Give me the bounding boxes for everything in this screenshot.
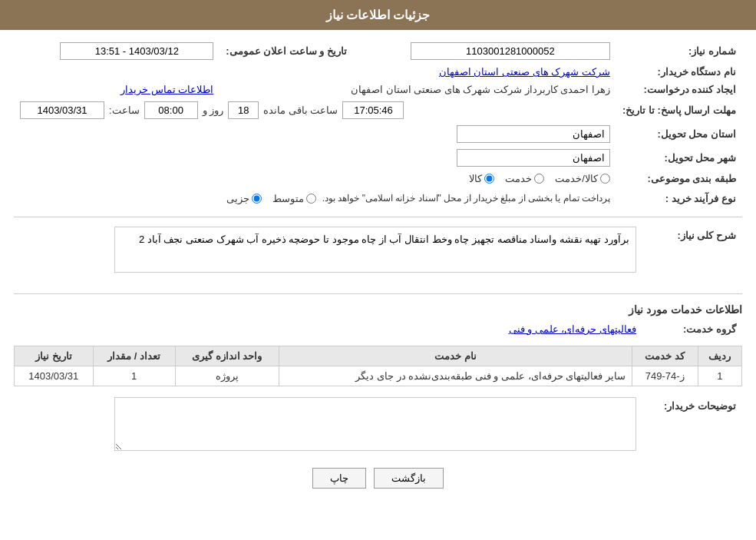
radio-goods-service-text: کالا/خدمت [555, 173, 598, 184]
description-textarea[interactable]: برآورد تهیه نقشه واسناد مناقصه تجهیز چاه… [114, 227, 636, 273]
creator-label: ایجاد کننده درخواست: [616, 81, 742, 98]
buyer-notes-table: توضیحات خریدار: [14, 394, 742, 456]
row-process: نوع فرآیند خرید : متوسط جزیی [14, 187, 742, 209]
row-creator: ایجاد کننده درخواست: زهرا احمدی کاربرداز… [14, 81, 742, 98]
need-number-input[interactable] [411, 42, 610, 60]
col-service-code: کد خدمت [632, 346, 698, 366]
announcement-input[interactable] [60, 42, 213, 60]
process-row: متوسط جزیی پرداخت تمام یا بخشی از مبلغ خ… [14, 187, 616, 209]
need-number-value [353, 39, 616, 63]
radio-service-label[interactable]: خدمت [505, 173, 544, 184]
service-group-label: گروه خدمت: [642, 320, 742, 338]
radio-medium-label[interactable]: متوسط [272, 193, 316, 204]
row-city: شهر محل تحویل: [14, 146, 742, 170]
row-deadline: مهلت ارسال پاسخ: تا تاریخ: ساعت: روز و س… [14, 98, 742, 122]
row-description: شرح کلی نیاز: برآورد تهیه نقشه واسناد من… [14, 224, 742, 286]
process-radio-group: متوسط جزیی [226, 193, 316, 204]
radio-partial[interactable] [252, 194, 262, 204]
radio-goods-service[interactable] [600, 174, 610, 184]
print-button[interactable]: چاپ [312, 468, 366, 489]
radio-medium-text: متوسط [272, 193, 304, 204]
radio-medium[interactable] [306, 194, 316, 204]
announcement-label: تاریخ و ساعت اعلان عمومی: [220, 39, 353, 63]
page-title: جزئیات اطلاعات نیاز [326, 8, 431, 22]
creator-link-cell: اطلاعات تماس خریدار [14, 81, 220, 98]
deadline-row: ساعت: روز و ساعت باقی مانده [14, 98, 616, 122]
radio-partial-label[interactable]: جزیی [226, 193, 262, 204]
announcement-value [14, 39, 220, 63]
cell-service-name: سایر فعالیتهای حرفه‌ای، علمی و فنی طبقه‌… [279, 366, 632, 386]
row-purchaser: نام دستگاه خریدار: شرکت شهرک های صنعتی ا… [14, 63, 742, 81]
deadline-days-input[interactable] [228, 101, 259, 119]
col-row-num: ردیف [698, 346, 741, 366]
process-note: پرداخت تمام یا بخشی از مبلغ خریدار از مح… [322, 190, 610, 206]
buyer-notes-value [14, 394, 642, 456]
col-date: تاریخ نیاز [15, 346, 94, 366]
deadline-label: مهلت ارسال پاسخ: تا تاریخ: [616, 98, 742, 122]
page-wrapper: جزئیات اطلاعات نیاز شماره نیاز: تاریخ و … [0, 0, 756, 540]
back-button[interactable]: بازگشت [374, 468, 444, 489]
deadline-remaining-input[interactable] [342, 101, 404, 119]
deadline-time-input[interactable] [144, 101, 198, 119]
description-label: شرح کلی نیاز: [642, 224, 742, 286]
radio-goods-label[interactable]: کالا [469, 173, 494, 184]
service-table-header-row: ردیف کد خدمت نام خدمت واحد اندازه گیری ت… [15, 346, 742, 366]
col-service-name: نام خدمت [279, 346, 632, 366]
service-section-title: اطلاعات خدمات مورد نیاز [14, 303, 742, 316]
deadline-remaining-label: ساعت باقی مانده [263, 104, 338, 116]
deadline-date-input[interactable] [20, 101, 104, 119]
button-row: بازگشت چاپ [14, 468, 742, 489]
buyer-notes-label: توضیحات خریدار: [642, 394, 742, 456]
service-group-table: گروه خدمت: فعالیتهای حرفه‌ای، علمی و فنی [14, 320, 742, 338]
buyer-notes-textarea[interactable] [114, 397, 636, 451]
province-value [14, 122, 616, 146]
city-input[interactable] [457, 149, 610, 167]
radio-partial-text: جزیی [226, 193, 249, 204]
cell-quantity: 1 [93, 366, 175, 386]
deadline-time-label: ساعت: [109, 104, 140, 116]
divider-1 [14, 217, 742, 217]
description-value: برآورد تهیه نقشه واسناد مناقصه تجهیز چاه… [14, 224, 642, 286]
service-group-value: فعالیتهای حرفه‌ای، علمی و فنی [14, 320, 642, 338]
row-service-group: گروه خدمت: فعالیتهای حرفه‌ای، علمی و فنی [14, 320, 742, 338]
category-radio-group: کالا/خدمت خدمت کالا [20, 173, 610, 184]
row-province: استان محل تحویل: [14, 122, 742, 146]
category-label: طبقه بندی موضوعی: [616, 170, 742, 187]
service-group-link[interactable]: فعالیتهای حرفه‌ای، علمی و فنی [509, 323, 636, 335]
page-header: جزئیات اطلاعات نیاز [0, 0, 756, 30]
radio-service-text: خدمت [505, 173, 532, 184]
creator-name: زهرا احمدی کاربرداز شرکت شهرک های صنعتی … [351, 84, 610, 95]
row-need-number: شماره نیاز: تاریخ و ساعت اعلان عمومی: [14, 39, 742, 63]
province-input[interactable] [457, 125, 610, 143]
main-content: شماره نیاز: تاریخ و ساعت اعلان عمومی: نا… [0, 30, 756, 509]
col-unit: واحد اندازه گیری [175, 346, 279, 366]
radio-goods-service-label[interactable]: کالا/خدمت [555, 173, 610, 184]
divider-2 [14, 293, 742, 294]
description-table: شرح کلی نیاز: برآورد تهیه نقشه واسناد من… [14, 224, 742, 286]
cell-unit: پروژه [175, 366, 279, 386]
radio-goods-text: کالا [469, 173, 482, 184]
radio-service[interactable] [534, 174, 544, 184]
col-quantity: تعداد / مقدار [93, 346, 175, 366]
info-table: شماره نیاز: تاریخ و ساعت اعلان عمومی: نا… [14, 39, 742, 209]
cell-row-num: 1 [698, 366, 741, 386]
deadline-days-label: روز و [203, 104, 224, 116]
contact-info-link[interactable]: اطلاعات تماس خریدار [120, 84, 213, 95]
row-category: طبقه بندی موضوعی: کالا/خدمت خدمت [14, 170, 742, 187]
purchaser-value: شرکت شهرک های صنعتی استان اصفهان [14, 63, 616, 81]
city-value [14, 146, 616, 170]
cell-date: 1403/03/31 [15, 366, 94, 386]
province-label: استان محل تحویل: [616, 122, 742, 146]
row-buyer-notes: توضیحات خریدار: [14, 394, 742, 456]
service-table: ردیف کد خدمت نام خدمت واحد اندازه گیری ت… [14, 346, 742, 386]
creator-value: زهرا احمدی کاربرداز شرکت شهرک های صنعتی … [220, 81, 616, 98]
need-number-label: شماره نیاز: [616, 39, 742, 63]
table-row: 1 ز-74-749 سایر فعالیتهای حرفه‌ای، علمی … [15, 366, 742, 386]
category-radios: کالا/خدمت خدمت کالا [14, 170, 616, 187]
purchaser-link[interactable]: شرکت شهرک های صنعتی استان اصفهان [439, 66, 610, 78]
radio-goods[interactable] [484, 174, 494, 184]
purchaser-label: نام دستگاه خریدار: [616, 63, 742, 81]
cell-service-code: ز-74-749 [632, 366, 698, 386]
process-label: نوع فرآیند خرید : [616, 187, 742, 209]
city-label: شهر محل تحویل: [616, 146, 742, 170]
